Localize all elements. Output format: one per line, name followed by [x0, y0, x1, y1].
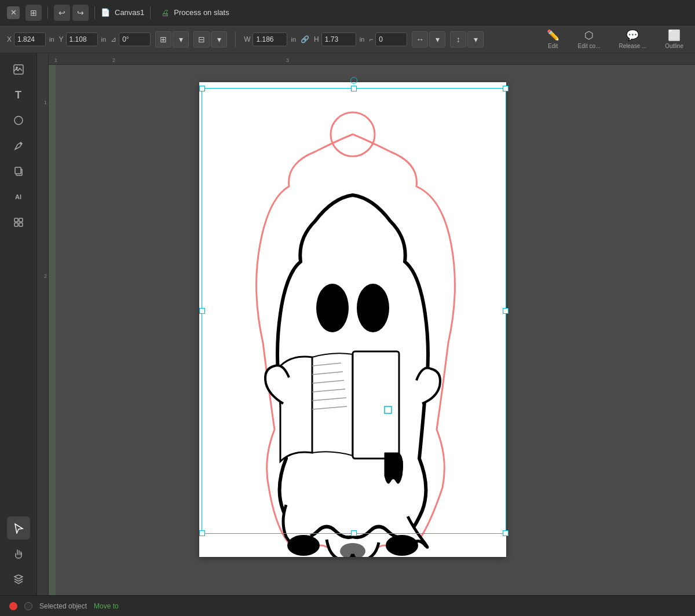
release-action[interactable]: 💬 Release ... [614, 27, 652, 52]
svg-point-23 [340, 543, 365, 557]
edit-action[interactable]: ✏️ Edit [542, 27, 564, 52]
align-v-dropdown[interactable]: ▾ [211, 31, 227, 47]
edit-co-action[interactable]: ⬡ Edit co... [573, 27, 605, 52]
w-coord-group: W in [244, 32, 296, 46]
svg-rect-19 [353, 351, 399, 459]
title-bar: ✕ ⊞ ↩ ↪ 📄 Canvas1 🖨 Process on slats [0, 0, 695, 25]
corner-input[interactable] [375, 32, 407, 46]
main-layout: T AI 1 2 3 1 [0, 53, 695, 595]
selected-object-text: Selected object [39, 602, 87, 610]
doc-icon: 📄 [101, 8, 110, 17]
angle-icon: ⊿ [111, 35, 116, 43]
h-input[interactable] [321, 32, 356, 46]
y-unit: in [101, 36, 107, 43]
ruler-top: 1 2 3 [37, 53, 695, 65]
pen-tool[interactable] [7, 134, 30, 157]
separator-3 [150, 6, 151, 19]
left-sidebar: T AI [0, 53, 37, 595]
svg-rect-9 [19, 223, 23, 226]
svg-rect-6 [14, 218, 18, 222]
grid-tool[interactable] [7, 211, 30, 234]
close-button[interactable]: ✕ [7, 6, 20, 19]
ruler-mark-1: 1 [54, 57, 57, 63]
separator-2 [94, 6, 95, 19]
release-icon: 💬 [626, 29, 639, 42]
h-label: H [314, 35, 319, 43]
status-dot-red [9, 602, 17, 610]
text-tool[interactable]: T [7, 83, 30, 107]
corner-group: ⌐ [369, 32, 407, 46]
process-name: Process on slats [174, 8, 229, 17]
corner-icon: ⌐ [369, 35, 373, 43]
align-v-group: ⊟ ▾ [193, 31, 227, 47]
y-input[interactable] [66, 32, 98, 46]
align-h-group: ⊞ ▾ [155, 31, 189, 47]
flip-h-btn[interactable]: ↔ [412, 31, 428, 47]
status-dot-dark [24, 602, 32, 610]
redo-button[interactable]: ↪ [72, 5, 89, 21]
w-unit: in [291, 36, 296, 43]
svg-rect-8 [14, 223, 18, 226]
outline-icon: ⬜ [668, 29, 681, 42]
add-image-tool[interactable] [7, 58, 30, 81]
canvas-page [199, 82, 506, 557]
doc-title-group: 📄 Canvas1 [101, 8, 144, 17]
align-h-dropdown[interactable]: ▾ [173, 31, 189, 47]
angle-group: ⊿ [111, 32, 151, 46]
release-label: Release ... [619, 43, 647, 49]
angle-input[interactable] [119, 32, 151, 46]
undo-button[interactable]: ↩ [54, 5, 70, 21]
y-coord-group: Y in [59, 32, 107, 46]
toolbar-sep-1 [235, 31, 236, 47]
align-v-top[interactable]: ⊟ [193, 31, 210, 47]
svg-point-11 [316, 284, 349, 332]
select-tool[interactable] [7, 516, 30, 540]
svg-point-22 [386, 535, 418, 556]
edit-co-icon: ⬡ [584, 29, 594, 42]
ruler-mark-3: 3 [286, 57, 289, 63]
ghost-illustration [199, 82, 506, 557]
separator-1 [47, 6, 48, 19]
lock-proportions-icon[interactable]: 🔗 [301, 35, 309, 43]
ruler-left: 1 2 [37, 53, 49, 595]
x-label: X [7, 35, 12, 43]
x-input[interactable] [14, 32, 46, 46]
move-to-link[interactable]: Move to [94, 602, 119, 610]
properties-toolbar: X in Y in ⊿ ⊞ ▾ ⊟ ▾ W in 🔗 H in ⌐ ↔ ▾ ↕ [0, 25, 695, 53]
green-band [49, 65, 56, 595]
x-coord-group: X in [7, 32, 54, 46]
canvas-area[interactable]: 1 2 3 1 2 [37, 53, 695, 595]
h-unit: in [360, 36, 365, 43]
canvas-content [49, 65, 695, 595]
toolbar-right-actions: ✏️ Edit ⬡ Edit co... 💬 Release ... ⬜ Out… [542, 27, 688, 52]
svg-point-21 [287, 535, 320, 556]
svg-rect-7 [19, 218, 23, 222]
view-toggle[interactable]: ⊞ [25, 5, 42, 21]
status-bar: Selected object Move to [0, 595, 695, 616]
w-label: W [244, 35, 250, 43]
layers-tool[interactable] [7, 567, 30, 591]
flip-v-dropdown[interactable]: ▾ [467, 31, 484, 47]
ellipse-tool[interactable] [7, 109, 30, 132]
edit-co-label: Edit co... [578, 43, 601, 49]
y-label: Y [59, 35, 64, 43]
svg-point-2 [14, 116, 23, 124]
ruler-mark-left-2: 2 [44, 273, 47, 279]
w-input[interactable] [253, 32, 287, 46]
title-bar-left: ✕ ⊞ ↩ ↪ 📄 Canvas1 🖨 Process on slats [7, 5, 229, 21]
x-unit: in [49, 36, 54, 43]
svg-point-12 [357, 284, 389, 332]
copy-tool[interactable] [7, 160, 30, 183]
process-icon: 🖨 [161, 8, 169, 17]
flip-h-dropdown[interactable]: ▾ [429, 31, 445, 47]
align-h-left[interactable]: ⊞ [155, 31, 171, 47]
edit-icon: ✏️ [547, 29, 559, 42]
ai-tool[interactable]: AI [7, 185, 30, 208]
undo-redo-group: ↩ ↪ [54, 5, 89, 21]
flip-v-btn[interactable]: ↕ [450, 31, 466, 47]
outline-action[interactable]: ⬜ Outline [660, 27, 688, 52]
flip-v-group: ↕ ▾ [450, 31, 484, 47]
hand-tool[interactable] [7, 542, 30, 565]
doc-name: Canvas1 [115, 8, 144, 17]
svg-point-3 [20, 143, 21, 145]
